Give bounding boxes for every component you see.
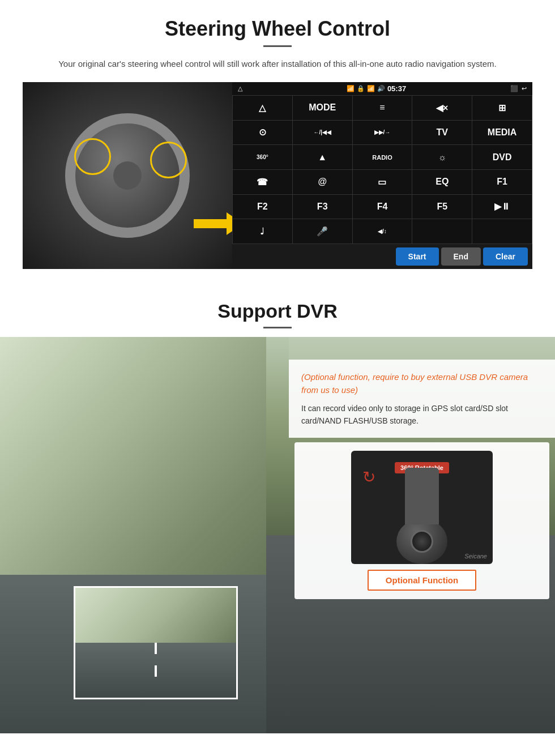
- radio-btn-empty1: [412, 219, 472, 244]
- camera-visual: 360° Rotatable ↻ Seicane: [351, 451, 493, 564]
- radio-interface: △ 📶 🔒 📶 🔊 05:37 ⬛ ↩ △ MODE ≡: [232, 82, 532, 269]
- yellow-circle-right: [150, 142, 187, 178]
- radio-btn-f3[interactable]: F3: [293, 195, 352, 219]
- steering-wheel-graphic: [65, 113, 190, 238]
- status-time: 05:37: [387, 84, 406, 93]
- radio-btn-radio[interactable]: RADIO: [353, 145, 412, 169]
- signal-icon: 📶: [367, 85, 375, 92]
- end-button[interactable]: End: [441, 247, 481, 266]
- lock-icon: 🔒: [357, 85, 365, 92]
- status-icons: 📶 🔒 📶 🔊 05:37: [347, 84, 406, 93]
- radio-btn-brightness[interactable]: ☼: [412, 145, 472, 169]
- radio-btn-settings[interactable]: ⊙: [233, 121, 292, 145]
- steering-wheel-image: [23, 82, 232, 269]
- radio-btn-f4[interactable]: F4: [353, 195, 412, 219]
- dvr-top-space: [289, 337, 555, 360]
- radio-action-row: Start End Clear: [232, 244, 532, 269]
- dvr-inset-road-line: [155, 643, 157, 687]
- radio-btn-media[interactable]: MEDIA: [472, 121, 532, 145]
- radio-btn-www[interactable]: @: [293, 170, 352, 194]
- steering-wheel-section: Steering Wheel Control Your original car…: [0, 0, 555, 280]
- start-button[interactable]: Start: [396, 247, 439, 266]
- radio-btn-next[interactable]: ▶▶/→: [353, 121, 412, 145]
- dvr-inset-image: [74, 586, 238, 699]
- radio-btn-f2[interactable]: F2: [233, 195, 292, 219]
- radio-btn-nav[interactable]: △: [233, 96, 292, 120]
- radio-btn-prev[interactable]: ←/|◀◀: [293, 121, 352, 145]
- dvr-text-box: (Optional function, require to buy exter…: [289, 360, 555, 438]
- radio-btn-360[interactable]: 360°: [233, 145, 292, 169]
- radio-btn-apps[interactable]: ⊞: [472, 96, 532, 120]
- radio-btn-mute[interactable]: ◀×: [412, 96, 472, 120]
- radio-btn-tv[interactable]: TV: [412, 121, 472, 145]
- camera-rotate-arrow: ↻: [362, 468, 375, 486]
- dvr-header: Support DVR: [0, 286, 555, 337]
- radio-status-bar: △ 📶 🔒 📶 🔊 05:37 ⬛ ↩: [232, 82, 532, 95]
- seicane-watermark: Seicane: [464, 553, 487, 559]
- radio-btn-empty2: [472, 219, 532, 244]
- radio-btn-mic[interactable]: 🎤: [293, 219, 352, 244]
- radio-btn-mode[interactable]: MODE: [293, 96, 352, 120]
- yellow-arrow: [187, 207, 232, 241]
- dvr-camera-box: 360° Rotatable ↻ Seicane: [294, 442, 549, 599]
- home-icon: △: [238, 85, 242, 92]
- radio-btn-vol[interactable]: ◀/↕: [353, 219, 412, 244]
- status-right-icons: ⬛ ↩: [510, 85, 527, 92]
- radio-btn-f5[interactable]: F5: [412, 195, 472, 219]
- radio-btn-dvd[interactable]: DVD: [472, 145, 532, 169]
- back-icon: ↩: [522, 85, 527, 92]
- radio-btn-screen[interactable]: ▭: [353, 170, 412, 194]
- swc-image-container: △ 📶 🔒 📶 🔊 05:37 ⬛ ↩ △ MODE ≡: [23, 82, 532, 269]
- swc-description: Your original car's steering wheel contr…: [45, 57, 510, 71]
- dvr-optional-text: (Optional function, require to buy exter…: [301, 371, 543, 396]
- swc-title: Steering Wheel Control: [23, 17, 532, 41]
- radio-btn-f1[interactable]: F1: [472, 170, 532, 194]
- radio-btn-menu[interactable]: ≡: [353, 96, 412, 120]
- dvr-info-panel: (Optional function, require to buy exter…: [289, 337, 555, 733]
- optional-function-badge: Optional Function: [368, 570, 476, 591]
- dvr-description: It can record video only to storage in G…: [301, 402, 543, 428]
- audio-icon: 🔊: [377, 85, 385, 92]
- title-divider: [263, 45, 292, 47]
- yellow-circle-left: [74, 138, 111, 175]
- dvr-title-divider: [263, 327, 292, 328]
- dvr-image-area: (Optional function, require to buy exter…: [0, 337, 555, 733]
- radio-btn-eject[interactable]: ▲: [293, 145, 352, 169]
- radio-btn-phone[interactable]: ☎: [233, 170, 292, 194]
- radio-button-grid: △ MODE ≡ ◀× ⊞ ⊙ ←/|◀◀ ▶▶/→ TV MEDIA 360°…: [232, 95, 532, 244]
- radio-btn-playpause[interactable]: ▶⏸: [472, 195, 532, 219]
- sw-center-hub: [113, 161, 142, 190]
- dvr-section: Support DVR (Optional function, require …: [0, 286, 555, 733]
- clear-button[interactable]: Clear: [483, 247, 528, 266]
- dvr-title: Support DVR: [0, 300, 555, 322]
- radio-btn-music[interactable]: ♩: [233, 219, 292, 244]
- radio-btn-eq[interactable]: EQ: [412, 170, 472, 194]
- window-icon: ⬛: [510, 85, 518, 92]
- wifi-icon: 📶: [347, 85, 355, 92]
- steering-wheel-bg: [23, 82, 232, 269]
